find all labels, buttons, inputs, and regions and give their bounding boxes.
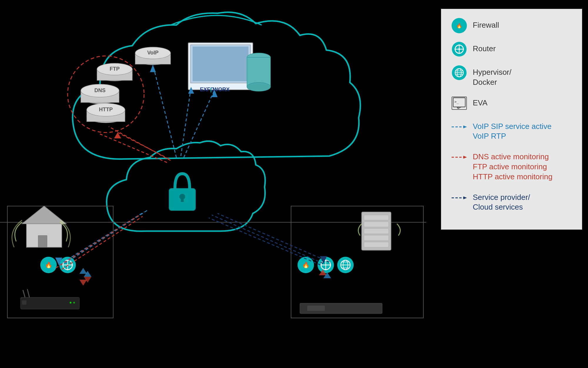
svg-rect-43 [22, 300, 26, 305]
firewall-legend-icon: 🔥 [452, 18, 467, 33]
svg-marker-112 [463, 196, 467, 199]
svg-point-96 [458, 48, 460, 50]
legend-panel: 🔥 Firewall Router [441, 9, 582, 230]
svg-rect-19 [193, 47, 248, 81]
firewall-label: Firewall [473, 18, 499, 30]
svg-line-44 [23, 290, 25, 297]
svg-line-45 [27, 289, 29, 297]
svg-point-46 [70, 302, 71, 304]
svg-line-73 [184, 90, 215, 158]
svg-line-81 [59, 212, 144, 265]
svg-rect-28 [181, 197, 184, 202]
svg-rect-51 [364, 228, 389, 234]
svg-rect-53 [364, 242, 389, 247]
svg-line-86 [218, 213, 329, 262]
hypervisor-label: Hypervisor/Docker [473, 65, 511, 87]
eva-legend-icon: >_ [452, 96, 467, 111]
legend-item-firewall: 🔥 Firewall [452, 18, 572, 33]
bottom-cloud [107, 141, 265, 231]
router-label: Router [473, 42, 496, 54]
legend-item-router: Router [452, 42, 572, 57]
svg-line-71 [153, 65, 176, 158]
svg-rect-49 [364, 215, 389, 220]
svg-point-25 [247, 82, 270, 91]
svg-marker-110 [463, 156, 467, 159]
svg-rect-70 [307, 306, 325, 311]
svg-line-78 [109, 127, 171, 160]
legend-item-eva: >_ EVA [452, 96, 572, 111]
svg-text:🔥: 🔥 [45, 261, 52, 268]
svg-line-82 [65, 210, 147, 263]
svg-text:WORX: WORX [213, 87, 230, 92]
svg-marker-29 [22, 206, 66, 224]
dns-dashed-icon [452, 150, 467, 165]
svg-text:HTTP: HTTP [99, 107, 113, 112]
legend-item-hypervisor: Hypervisor/Docker [452, 65, 572, 87]
svg-rect-52 [364, 235, 389, 241]
svg-text:EXFO: EXFO [200, 87, 214, 92]
svg-text:DNS: DNS [94, 87, 106, 93]
svg-text:>_: >_ [454, 100, 459, 104]
svg-point-47 [73, 302, 75, 304]
svg-marker-108 [463, 125, 467, 128]
svg-text:FTP: FTP [110, 66, 120, 72]
svg-rect-50 [364, 222, 389, 227]
svg-text:🔥: 🔥 [456, 23, 462, 29]
svg-text:VoIP: VoIP [147, 50, 159, 56]
legend-item-service: Service provider/Cloud services [452, 190, 572, 213]
dns-label: DNS active monitoringFTP active monitori… [473, 150, 552, 182]
svg-marker-38 [79, 268, 87, 274]
voip-dashed-icon [452, 119, 467, 135]
eva-label: EVA [473, 96, 487, 108]
svg-marker-74 [150, 65, 156, 72]
service-dashed-icon [452, 190, 467, 205]
legend-item-dns: DNS active monitoringFTP active monitori… [452, 150, 572, 182]
svg-text:|: | [210, 87, 212, 92]
router-legend-icon [452, 42, 467, 57]
svg-text:🔥: 🔥 [302, 261, 310, 268]
legend-item-voip: VoIP SIP service activeVoIP RTP [452, 119, 572, 142]
svg-rect-31 [38, 236, 47, 247]
hypervisor-legend-icon [452, 65, 467, 80]
voip-label: VoIP SIP service activeVoIP RTP [473, 119, 552, 142]
svg-marker-40 [79, 280, 87, 286]
service-label: Service provider/Cloud services [473, 190, 530, 213]
svg-line-72 [181, 87, 191, 156]
